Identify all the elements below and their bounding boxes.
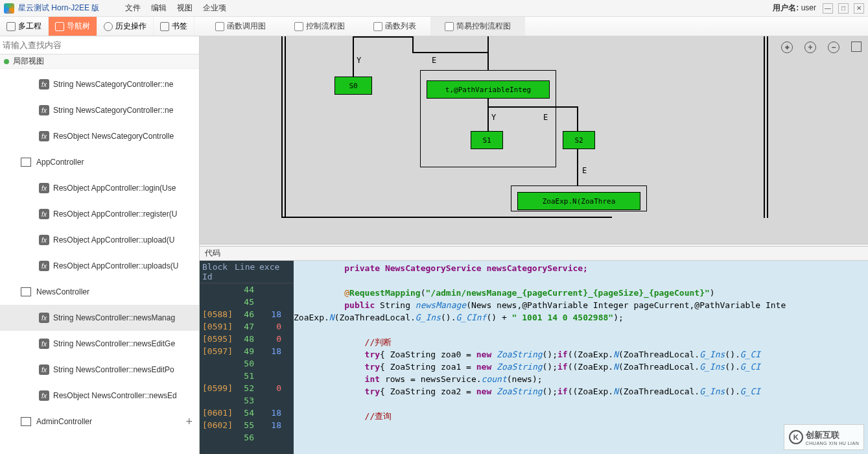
flow-label-e2: E [543, 113, 548, 122]
tree-item[interactable]: fxString NewsCategoryController::ne [0, 71, 199, 97]
maximize-button[interactable]: □ [838, 3, 849, 14]
tree-item[interactable]: fxString NewsController::newsManag [0, 305, 199, 331]
tab-callgraph[interactable]: 函数调用图 [201, 17, 280, 36]
flow-node-s2[interactable]: S2 [563, 131, 595, 149]
code-editor[interactable]: private NewsCategoryService newsCategory… [294, 261, 868, 454]
tree-group[interactable]: AdminController+ [0, 409, 199, 435]
menu-edit[interactable]: 编辑 [151, 3, 167, 14]
flow-node-pathvar[interactable]: t,@PathVariableInteg [427, 80, 550, 99]
flow-label-y2: Y [491, 113, 496, 122]
top-toolbar: 多工程 导航树 历史操作 书签 函数调用图 控制流程图 函数列表 简易控制流程图 [0, 17, 868, 36]
flow-node-s1[interactable]: S1 [471, 131, 503, 149]
tree-item[interactable]: fxResObject AppController::upload(U [0, 227, 199, 253]
menu-enterprise[interactable]: 企业项 [203, 3, 226, 14]
flow-node-s0[interactable]: S0 [334, 77, 372, 95]
tree-group[interactable]: NewsController [0, 279, 199, 305]
menu-file[interactable]: 文件 [125, 3, 141, 14]
tree-item[interactable]: fxString NewsCategoryController::ne [0, 97, 199, 123]
toolbar-history[interactable]: 历史操作 [97, 17, 154, 36]
app-logo [4, 3, 14, 14]
tree-item[interactable]: fxResObject AppController::register(U [0, 201, 199, 227]
user-label: 用户名: user [773, 3, 816, 14]
tree-item[interactable]: fxResObject AppController::uploads(U [0, 253, 199, 279]
toolbar-navtree[interactable]: 导航树 [49, 17, 97, 36]
flow-node-zoaexp[interactable]: ZoaExp.N(ZoaThrea [517, 192, 640, 210]
toolbar-bookmark[interactable]: 书签 [154, 17, 194, 36]
zoom-reset-icon[interactable]: ⌖ [781, 42, 793, 53]
code-title: 代码 [200, 246, 868, 261]
menu-bar: 文件 编辑 视图 企业项 [125, 3, 226, 14]
zoom-out-icon[interactable]: − [828, 42, 839, 53]
minimize-button[interactable]: — [823, 3, 833, 14]
sidebar: 局部视图 fxString NewsCategoryController::ne… [0, 36, 200, 454]
tab-cflow[interactable]: 控制流程图 [280, 17, 359, 36]
search-input[interactable] [3, 38, 196, 53]
tree-item[interactable]: fxString NewsController::newsEditPo [0, 357, 199, 383]
toolbar-multiproject[interactable]: 多工程 [0, 17, 49, 36]
tree-item[interactable]: fxString NewsController::newsEditGe [0, 331, 199, 357]
close-button[interactable]: ✕ [854, 3, 864, 14]
tree-item[interactable]: fxResObject AppController::login(Use [0, 175, 199, 201]
flow-label-y: Y [357, 56, 361, 65]
title-bar: 星云测试 Horn-J2EE 版 文件 编辑 视图 企业项 用户名: user … [0, 0, 868, 17]
code-gutter: Block Id Line exce 4445[0588]4618[0591]4… [200, 261, 294, 454]
flow-label-e3: E [582, 166, 587, 175]
flow-label-e: E [432, 56, 436, 65]
fullscreen-icon[interactable] [851, 42, 862, 52]
menu-view[interactable]: 视图 [177, 3, 193, 14]
tree-group[interactable]: AppController [0, 149, 199, 175]
tab-fnlist[interactable]: 函数列表 [359, 17, 430, 36]
app-title: 星云测试 Horn-J2EE 版 [18, 3, 99, 14]
flowchart[interactable]: ⌖ + − Y S0 E t,@PathVariableInteg Y [200, 36, 868, 244]
tree-item[interactable]: fxResObject NewsCategoryControlle [0, 123, 199, 149]
tab-simpleflow[interactable]: 简易控制流程图 [430, 17, 525, 36]
watermark: K 创新互联 CHUANG XIN HU LIAN [784, 424, 864, 450]
nav-tree: fxString NewsCategoryController::nefxStr… [0, 69, 199, 454]
code-section: 代码 Block Id Line exce 4445[0588]4618[059… [200, 246, 868, 454]
view-label: 局部视图 [0, 54, 199, 69]
tree-item[interactable]: fxResObject NewsController::newsEd [0, 383, 199, 409]
zoom-in-icon[interactable]: + [804, 42, 816, 53]
